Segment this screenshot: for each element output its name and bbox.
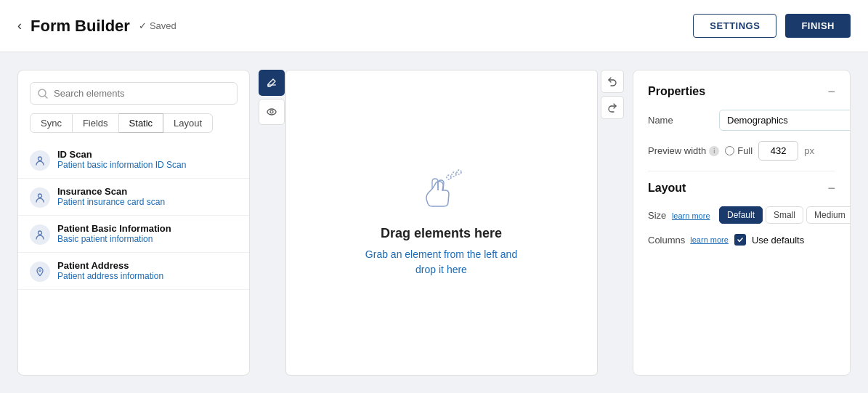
search-input[interactable]: [54, 88, 230, 99]
list-item[interactable]: Patient Basic Information Basic patient …: [18, 216, 249, 253]
tab-fields[interactable]: Fields: [73, 113, 119, 133]
svg-point-8: [270, 110, 273, 113]
info-icon: i: [709, 146, 719, 156]
name-input[interactable]: [719, 110, 851, 131]
person-icon: [35, 230, 45, 240]
full-radio-input[interactable]: [725, 146, 734, 155]
size-buttons: Default Small Medium Large: [719, 206, 851, 224]
left-panel: Sync Fields Static Layout ID Scan Patien…: [17, 70, 250, 376]
redo-button[interactable]: [601, 96, 624, 119]
search-icon: [38, 89, 48, 99]
name-row: Name: [648, 110, 835, 131]
right-panel: Properties − Name Preview width i Full p…: [633, 70, 851, 376]
item-icon: [30, 150, 50, 171]
right-canvas-toolbar: [601, 70, 624, 119]
item-title: Insurance Scan: [57, 186, 165, 197]
item-subtitle: Basic patient information: [57, 234, 171, 244]
use-defaults-label: Use defaults: [752, 235, 804, 246]
tab-layout[interactable]: Layout: [163, 113, 213, 133]
name-label: Name: [648, 115, 713, 126]
columns-row: Columns learn more Use defaults: [648, 234, 835, 246]
item-title: ID Scan: [57, 149, 186, 160]
drag-drop-here: drop it here: [415, 264, 467, 275]
columns-label: Columns learn more: [648, 235, 729, 246]
check-icon: ✓: [139, 20, 147, 31]
size-default-button[interactable]: Default: [719, 206, 763, 224]
settings-button[interactable]: SETTINGS: [693, 14, 776, 38]
drag-subtitle: Grab an element from the left and drop i…: [365, 247, 517, 277]
size-row: Size learn more Default Small Medium Lar…: [648, 206, 835, 224]
workspace: Sync Fields Static Layout ID Scan Patien…: [0, 52, 868, 393]
properties-collapse-button[interactable]: −: [827, 85, 835, 98]
properties-title: Properties: [648, 85, 705, 98]
finish-button[interactable]: FINISH: [785, 14, 851, 38]
svg-point-11: [457, 170, 461, 174]
svg-point-5: [39, 270, 41, 271]
checkmark-icon: [737, 236, 744, 243]
preview-width-label: Preview width i: [648, 145, 719, 156]
svg-point-7: [267, 109, 276, 115]
px-input[interactable]: [758, 141, 798, 161]
saved-text: Saved: [150, 20, 177, 31]
size-learn-more[interactable]: learn more: [672, 211, 710, 220]
back-icon[interactable]: ‹: [17, 18, 22, 33]
eye-icon: [266, 106, 277, 118]
item-title: Patient Basic Information: [57, 223, 171, 234]
tab-static[interactable]: Static: [119, 113, 164, 133]
person-icon: [35, 193, 45, 203]
topbar-right: SETTINGS FINISH: [693, 14, 851, 38]
canvas-drop-area[interactable]: Drag elements here Grab an element from …: [285, 70, 598, 376]
app-title: Form Builder: [31, 17, 130, 36]
svg-point-3: [38, 194, 42, 198]
drag-icon-svg: [416, 169, 467, 212]
topbar-left: ‹ Form Builder ✓ Saved: [17, 17, 177, 36]
item-subtitle: Patient basic information ID Scan: [57, 160, 186, 170]
layout-collapse-button[interactable]: −: [827, 182, 835, 195]
elements-list: ID Scan Patient basic information ID Sca…: [18, 142, 249, 375]
columns-learn-more[interactable]: learn more: [690, 235, 729, 244]
item-icon: [30, 262, 50, 282]
tab-bar: Sync Fields Static Layout: [18, 113, 249, 142]
list-item[interactable]: Insurance Scan Patient insurance card sc…: [18, 179, 249, 216]
topbar: ‹ Form Builder ✓ Saved SETTINGS FINISH: [0, 0, 868, 52]
svg-point-2: [38, 157, 42, 161]
full-radio-text: Full: [737, 145, 753, 156]
item-text: Insurance Scan Patient insurance card sc…: [57, 186, 165, 207]
tab-sync[interactable]: Sync: [30, 113, 73, 133]
saved-badge: ✓ Saved: [139, 20, 177, 31]
divider: [648, 171, 835, 171]
item-subtitle: Patient insurance card scan: [57, 197, 165, 207]
preview-width-row: Preview width i Full px: [648, 141, 835, 161]
layout-section-header: Layout −: [648, 182, 835, 195]
full-radio-label[interactable]: Full: [725, 145, 753, 156]
undo-icon: [607, 76, 617, 86]
item-icon: [30, 187, 50, 208]
svg-point-10: [452, 172, 456, 177]
item-icon: [30, 224, 50, 245]
properties-section-header: Properties −: [648, 85, 835, 98]
canvas-toolbar: [259, 70, 285, 125]
center-panel: Drag elements here Grab an element from …: [259, 70, 624, 376]
list-item[interactable]: ID Scan Patient basic information ID Sca…: [18, 142, 249, 179]
size-medium-button[interactable]: Medium: [806, 206, 851, 224]
drag-subtitle-text1: Grab an element from the left and: [365, 248, 517, 260]
use-defaults-checkbox[interactable]: [734, 234, 746, 246]
size-small-button[interactable]: Small: [766, 206, 803, 224]
item-text: Patient Basic Information Basic patient …: [57, 223, 171, 244]
edit-tool-button[interactable]: [259, 70, 285, 96]
item-title: Patient Address: [57, 260, 163, 271]
edit-icon: [266, 77, 277, 89]
search-box: [30, 82, 238, 105]
item-text: Patient Address Patient address informat…: [57, 260, 163, 281]
item-text: ID Scan Patient basic information ID Sca…: [57, 149, 186, 170]
pin-icon: [35, 267, 45, 277]
eye-tool-button[interactable]: [259, 99, 285, 125]
person-icon: [35, 155, 45, 166]
undo-button[interactable]: [601, 70, 624, 93]
px-unit-label: px: [804, 145, 814, 156]
drag-illustration: [416, 169, 467, 214]
size-label: Size learn more: [648, 210, 713, 221]
list-item[interactable]: Patient Address Patient address informat…: [18, 253, 249, 290]
preview-width-text: Preview width: [648, 145, 706, 156]
layout-title: Layout: [648, 182, 686, 195]
